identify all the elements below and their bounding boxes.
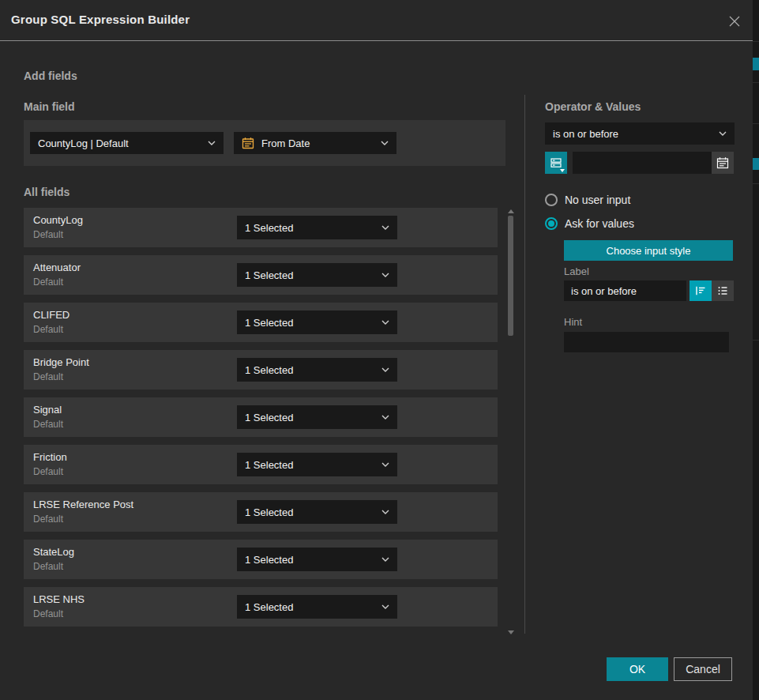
background-separator <box>753 41 759 42</box>
field-sublabel: Default <box>33 466 63 477</box>
operator-values-heading: Operator & Values <box>545 100 641 113</box>
label-caption: Label <box>564 265 589 277</box>
field-row: Attenuator Default 1 Selected <box>24 255 498 295</box>
field-values-select[interactable]: 1 Selected <box>237 216 397 239</box>
field-values-select-value: 1 Selected <box>245 601 293 613</box>
hint-input[interactable] <box>564 332 729 352</box>
radio-ask-for-values[interactable]: Ask for values <box>545 217 634 230</box>
field-values-select-value: 1 Selected <box>245 364 293 376</box>
chevron-down-icon <box>381 320 389 325</box>
caret-down-icon <box>560 169 565 172</box>
field-row: Friction Default 1 Selected <box>24 445 498 484</box>
field-sublabel: Default <box>33 608 63 619</box>
field-name: Friction <box>33 451 67 463</box>
close-icon <box>727 14 742 28</box>
layer-select-value: CountyLog | Default <box>38 137 129 149</box>
field-sublabel: Default <box>33 371 63 382</box>
field-values-select[interactable]: 1 Selected <box>237 263 397 287</box>
input-type-icon <box>550 156 562 169</box>
cancel-button[interactable]: Cancel <box>674 657 732 681</box>
field-name: CLIFED <box>33 309 70 321</box>
add-fields-heading: Add fields <box>24 70 77 82</box>
field-sublabel: Default <box>33 277 63 288</box>
dialog-titlebar: Group SQL Expression Builder <box>0 0 753 41</box>
chevron-down-icon <box>381 415 389 420</box>
field-name: StateLog <box>33 546 74 558</box>
hint-caption: Hint <box>564 316 582 328</box>
choose-input-style-button[interactable]: Choose input style <box>564 240 733 261</box>
field-values-select-value: 1 Selected <box>245 269 293 281</box>
all-fields-list: CountyLog Default 1 Selected Attenuator … <box>24 208 498 634</box>
radio-no-user-input-label: No user input <box>565 194 630 206</box>
close-button[interactable] <box>724 11 745 32</box>
main-field-heading: Main field <box>24 100 75 113</box>
date-picker-button[interactable] <box>712 152 734 174</box>
field-name: LRSE Reference Post <box>33 499 133 510</box>
field-values-select-value: 1 Selected <box>245 222 293 234</box>
radio-circle-icon <box>545 217 558 230</box>
field-values-select[interactable]: 1 Selected <box>237 310 397 334</box>
field-name: Signal <box>33 404 62 416</box>
list-scrollbar[interactable] <box>507 208 515 636</box>
field-values-select-value: 1 Selected <box>245 412 293 423</box>
field-row: CLIFED Default 1 Selected <box>24 303 498 342</box>
group-sql-expression-builder-dialog: Group SQL Expression Builder Add fields … <box>0 0 753 700</box>
field-values-select-value: 1 Selected <box>245 317 293 329</box>
main-field-box: CountyLog | Default From Date <box>24 120 505 166</box>
dialog-title: Group SQL Expression Builder <box>11 13 190 26</box>
scroll-down-arrow-icon[interactable] <box>508 630 514 634</box>
chevron-down-icon <box>719 131 727 136</box>
field-values-select[interactable]: 1 Selected <box>237 405 397 429</box>
field-values-select-value: 1 Selected <box>245 459 293 471</box>
operator-select-value: is on or before <box>553 128 618 140</box>
operator-select[interactable]: is on or before <box>545 122 735 145</box>
field-sublabel: Default <box>33 561 63 572</box>
chevron-down-icon <box>381 510 389 514</box>
background-accent-mark <box>753 158 759 170</box>
date-value-input[interactable] <box>573 152 712 174</box>
chevron-down-icon <box>381 462 389 467</box>
field-values-select[interactable]: 1 Selected <box>237 453 397 476</box>
background-separator <box>753 82 759 83</box>
background-app-edge <box>753 0 759 700</box>
field-row: Bridge Point Default 1 Selected <box>24 350 498 390</box>
field-values-select[interactable]: 1 Selected <box>237 500 397 524</box>
calendar-icon <box>242 137 254 149</box>
field-name: LRSE NHS <box>33 593 85 605</box>
date-field-select[interactable]: From Date <box>234 132 396 154</box>
field-values-select[interactable]: 1 Selected <box>237 548 397 571</box>
chevron-down-icon <box>381 225 389 230</box>
radio-ask-for-values-label: Ask for values <box>565 217 634 230</box>
input-style-text-button[interactable] <box>689 280 712 301</box>
chevron-down-icon <box>381 367 389 372</box>
label-input[interactable] <box>564 280 686 301</box>
background-separator <box>753 183 759 184</box>
input-type-button[interactable] <box>545 152 567 174</box>
align-left-icon <box>694 284 707 297</box>
field-values-select[interactable]: 1 Selected <box>237 595 397 619</box>
radio-no-user-input[interactable]: No user input <box>545 194 630 206</box>
field-row: LRSE NHS Default 1 Selected <box>24 587 498 627</box>
field-sublabel: Default <box>33 324 63 335</box>
field-row: LRSE Reference Post Default 1 Selected <box>24 492 498 532</box>
scroll-up-arrow-icon[interactable] <box>508 209 514 213</box>
field-values-select-value: 1 Selected <box>245 506 293 518</box>
calendar-icon <box>716 156 729 169</box>
chevron-down-icon <box>381 604 389 609</box>
chevron-down-icon <box>381 273 389 277</box>
panel-divider <box>524 95 525 634</box>
field-values-select[interactable]: 1 Selected <box>237 358 397 382</box>
field-sublabel: Default <box>33 229 63 240</box>
ok-button[interactable]: OK <box>607 657 668 681</box>
bullet-list-icon <box>716 284 729 297</box>
scrollbar-thumb[interactable] <box>508 216 513 336</box>
chevron-down-icon <box>208 141 216 145</box>
field-sublabel: Default <box>33 419 63 430</box>
date-field-select-value: From Date <box>261 137 310 149</box>
field-sublabel: Default <box>33 514 63 525</box>
input-style-list-button[interactable] <box>712 280 734 301</box>
background-accent-mark <box>753 58 759 70</box>
layer-select[interactable]: CountyLog | Default <box>30 132 224 154</box>
field-name: Bridge Point <box>33 356 89 368</box>
field-name: Attenuator <box>33 262 81 273</box>
